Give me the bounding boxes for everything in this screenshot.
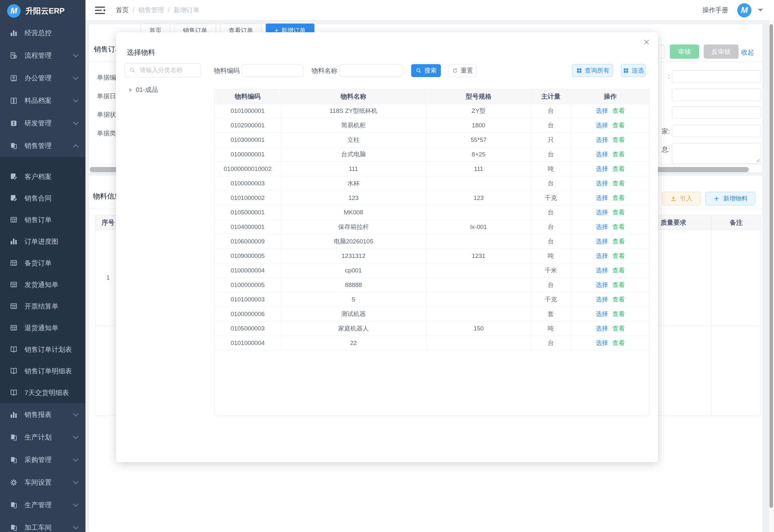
sidebar-item-3[interactable]: 料品档案 bbox=[0, 89, 85, 112]
vertical-scrollbar-thumb[interactable] bbox=[769, 24, 773, 508]
cell-name: 测试机器 bbox=[281, 307, 426, 321]
view-link[interactable]: 查看 bbox=[612, 136, 625, 143]
cell-unit: 只 bbox=[531, 133, 571, 147]
breadcrumb-item-0[interactable]: 首页 bbox=[116, 6, 129, 15]
select-link[interactable]: 选择 bbox=[596, 296, 608, 303]
select-link[interactable]: 选择 bbox=[596, 325, 608, 332]
cell-name: 家庭机器人 bbox=[281, 321, 426, 336]
select-link[interactable]: 选择 bbox=[596, 252, 608, 259]
table-icon bbox=[10, 302, 18, 310]
view-link[interactable]: 查看 bbox=[612, 252, 625, 259]
order-field-input-1[interactable] bbox=[672, 89, 761, 101]
sidebar-subitem-5[interactable]: 发货通知单 bbox=[0, 274, 85, 295]
sidebar-subitem-2[interactable]: 销售订单 bbox=[0, 209, 85, 231]
sidebar-item-label: 备货订单 bbox=[25, 259, 52, 268]
search-button[interactable]: 搜索 bbox=[411, 64, 441, 77]
view-link[interactable]: 查看 bbox=[612, 107, 625, 114]
view-link[interactable]: 查看 bbox=[612, 296, 625, 303]
select-link[interactable]: 选择 bbox=[596, 194, 608, 201]
sidebar-item-1[interactable]: 流程管理 bbox=[0, 44, 85, 67]
select-link[interactable]: 选择 bbox=[596, 107, 608, 114]
view-link[interactable]: 查看 bbox=[612, 238, 625, 245]
select-link[interactable]: 选择 bbox=[596, 165, 608, 172]
tree-expand-caret-icon[interactable] bbox=[129, 88, 132, 92]
select-link[interactable]: 选择 bbox=[596, 151, 608, 158]
view-link[interactable]: 查看 bbox=[612, 180, 625, 187]
sidebar-subitem-9[interactable]: 销售订单明细表 bbox=[0, 360, 85, 382]
order-field-input-2[interactable] bbox=[672, 106, 761, 119]
sidebar-subitem-10[interactable]: 7天交货明细表 bbox=[0, 382, 85, 403]
manual-link[interactable]: 操作手册 bbox=[702, 6, 728, 15]
reset-button[interactable]: 重置 bbox=[448, 64, 476, 77]
sidebar-subitem-3[interactable]: 订单进度图 bbox=[0, 231, 85, 252]
breadcrumb-item-1[interactable]: 销售管理 bbox=[138, 6, 164, 15]
view-link[interactable]: 查看 bbox=[612, 223, 625, 230]
view-link[interactable]: 查看 bbox=[612, 281, 625, 288]
chart-icon bbox=[10, 237, 18, 245]
resize-grip-icon[interactable] bbox=[756, 158, 759, 162]
sidebar-item-8[interactable]: 采购管理 bbox=[0, 448, 85, 471]
select-link[interactable]: 选择 bbox=[596, 180, 608, 187]
view-link[interactable]: 查看 bbox=[612, 151, 625, 158]
sidebar-subitem-0[interactable]: 客户档案 bbox=[0, 166, 85, 187]
order-remark-textarea[interactable] bbox=[672, 143, 761, 164]
sidebar-subitem-1[interactable]: 销售合同 bbox=[0, 187, 85, 209]
unaudit-button[interactable]: 反审核 bbox=[704, 44, 739, 59]
import-button[interactable]: 引入 bbox=[662, 192, 700, 205]
avatar[interactable]: M bbox=[737, 3, 751, 17]
add-material-button[interactable]: 新增物料 bbox=[705, 192, 755, 205]
select-link[interactable]: 选择 bbox=[596, 122, 608, 129]
select-link[interactable]: 选择 bbox=[596, 223, 608, 230]
order-field-input-0[interactable] bbox=[672, 70, 761, 83]
order-field-input-3[interactable] bbox=[672, 125, 761, 137]
collapse-link[interactable]: 收起 bbox=[741, 48, 754, 57]
sidebar-item-10[interactable]: 生产管理 bbox=[0, 494, 85, 516]
view-link[interactable]: 查看 bbox=[612, 340, 625, 346]
sidebar-subitem-4[interactable]: 备货订单 bbox=[0, 252, 85, 274]
select-link[interactable]: 选择 bbox=[596, 267, 608, 274]
select-link[interactable]: 选择 bbox=[596, 310, 608, 317]
cell-name: 5 bbox=[281, 292, 426, 307]
sidebar-item-6[interactable]: 销售报表 bbox=[0, 403, 85, 426]
sidebar-subitem-6[interactable]: 开票结算单 bbox=[0, 295, 85, 317]
view-link[interactable]: 查看 bbox=[612, 165, 625, 172]
select-link[interactable]: 选择 bbox=[596, 136, 608, 143]
multi-select-button[interactable]: 连选 bbox=[621, 64, 646, 77]
sidebar-item-11[interactable]: 加工车间 bbox=[0, 516, 85, 532]
cell-name: 简易机柜 bbox=[281, 118, 426, 133]
view-link[interactable]: 查看 bbox=[612, 310, 625, 317]
select-link[interactable]: 选择 bbox=[596, 238, 608, 245]
sidebar-item-5[interactable]: 销售管理 bbox=[0, 134, 85, 157]
sidebar-item-4[interactable]: 研发管理 bbox=[0, 112, 85, 134]
view-link[interactable]: 查看 bbox=[612, 267, 625, 274]
sidebar-item-7[interactable]: 生产计划 bbox=[0, 426, 85, 448]
sidebar-item-label: 开票结算单 bbox=[25, 302, 58, 311]
cell-spec bbox=[426, 234, 531, 249]
view-link[interactable]: 查看 bbox=[612, 209, 625, 216]
audit-button[interactable]: 审核 bbox=[670, 44, 699, 59]
view-link[interactable]: 查看 bbox=[612, 325, 625, 332]
material-name-input[interactable] bbox=[340, 64, 403, 77]
modal-close-icon[interactable]: × bbox=[643, 37, 650, 47]
copy-icon bbox=[10, 433, 18, 441]
sidebar-item-9[interactable]: 车间设置 bbox=[0, 471, 85, 494]
cell-actions: 选择查看 bbox=[571, 307, 650, 321]
sidebar-item-2[interactable]: 办公管理 bbox=[0, 67, 85, 89]
breadcrumb-item-2[interactable]: 新增订单 bbox=[174, 6, 199, 15]
view-link[interactable]: 查看 bbox=[612, 122, 625, 129]
view-link[interactable]: 查看 bbox=[612, 194, 625, 201]
sidebar-subitem-8[interactable]: 销售订单计划表 bbox=[0, 339, 85, 360]
select-link[interactable]: 选择 bbox=[596, 209, 608, 216]
sidebar-collapse-icon[interactable] bbox=[94, 6, 105, 15]
sidebar-item-label: 销售订单明细表 bbox=[25, 367, 72, 376]
select-link[interactable]: 选择 bbox=[596, 340, 608, 346]
sidebar-item-0[interactable]: 经营总控 bbox=[0, 22, 85, 44]
sidebar-subitem-7[interactable]: 退货通知单 bbox=[0, 317, 85, 339]
query-all-button[interactable]: 查询所有 bbox=[572, 64, 613, 77]
material-code-input[interactable] bbox=[242, 64, 303, 77]
select-link[interactable]: 选择 bbox=[596, 281, 608, 288]
category-search-input[interactable] bbox=[139, 66, 192, 74]
user-menu-caret-icon[interactable] bbox=[758, 9, 763, 12]
right-form-label-3: 家: bbox=[661, 127, 670, 136]
tree-node-finished-goods[interactable]: 01-成品 bbox=[129, 85, 158, 94]
